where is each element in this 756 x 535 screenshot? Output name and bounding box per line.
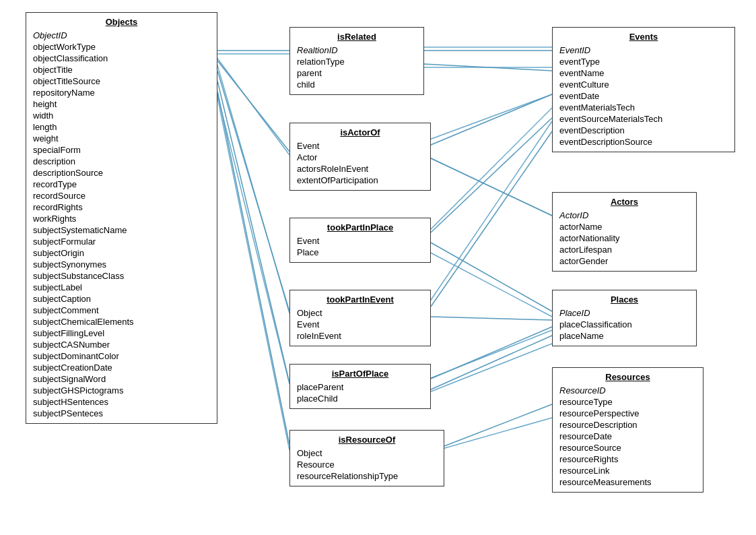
field-child: child [297, 79, 417, 90]
field-resourceRelationshipType: resourceRelationshipType [297, 470, 437, 482]
field-placeChild: placeChild [297, 393, 423, 404]
field-extentOfParticipation: extentOfParticipation [297, 175, 423, 186]
field-subjectChemicalElements: subjectChemicalElements [33, 316, 210, 327]
field-length: length [33, 121, 210, 133]
field-repositoryName: repositoryName [33, 87, 210, 98]
field-isActorOf-Actor: Actor [297, 152, 423, 163]
entity-actors: Actors ActorID actorName actorNationalit… [552, 192, 697, 272]
entity-tookPartInEvent-title: tookPartInEvent [297, 294, 423, 305]
field-eventMaterialsTech: eventMaterialsTech [559, 102, 728, 113]
field-eventDate: eventDate [559, 90, 728, 102]
svg-line-1 [214, 54, 289, 155]
entity-isResourceOf: isResourceOf Object Resource resourceRel… [289, 430, 444, 486]
field-recordType: recordType [33, 179, 210, 190]
field-recordRights: recordRights [33, 201, 210, 213]
field-subjectFillingLevel: subjectFillingLevel [33, 327, 210, 339]
entity-isPartOfPlace-title: isPartOfPlace [297, 369, 423, 379]
field-subjectCreationDate: subjectCreationDate [33, 362, 210, 373]
svg-line-16 [217, 61, 289, 152]
field-weight: weight [33, 133, 210, 144]
entity-objects-title: Objects [33, 17, 210, 27]
field-EventID: EventID [559, 44, 728, 56]
field-objectTitle: objectTitle [33, 64, 210, 75]
field-eventSourceMaterialsTech: eventSourceMaterialsTech [559, 113, 728, 125]
entity-isRelated-title: isRelated [297, 32, 417, 42]
svg-line-13 [424, 344, 552, 394]
field-resourceRights: resourceRights [559, 453, 696, 465]
entity-tookPartInPlace-title: tookPartInPlace [297, 222, 423, 232]
svg-line-29 [431, 336, 552, 389]
field-eventDescription: eventDescription [559, 125, 728, 136]
field-resourceType: resourceType [559, 396, 696, 408]
svg-line-25 [431, 243, 552, 311]
field-subjectPSenteces: subjectPSenteces [33, 408, 210, 419]
svg-line-26 [431, 131, 552, 307]
field-specialForm: specialForm [33, 144, 210, 156]
svg-line-19 [217, 91, 289, 445]
entity-resources: Resources ResourceID resourceType resour… [552, 367, 703, 493]
field-objectClassification: objectClassification [33, 53, 210, 64]
entity-events: Events EventID eventType eventName event… [552, 27, 735, 152]
diagram-container: Objects ObjectID objectWorkType objectCl… [0, 0, 756, 535]
entity-isRelated: isRelated RealtionID relationType parent… [289, 27, 424, 95]
field-isResourceOf-Object: Object [297, 447, 437, 459]
field-actorNationality: actorNationality [559, 232, 689, 244]
entity-isActorOf-title: isActorOf [297, 127, 423, 137]
entity-isActorOf: isActorOf Event Actor actorsRoleInEvent … [289, 123, 431, 191]
field-eventName: eventName [559, 67, 728, 79]
field-descriptionSource: descriptionSource [33, 167, 210, 179]
svg-line-17 [217, 71, 289, 311]
entity-events-title: Events [559, 32, 728, 42]
field-subjectDominantColor: subjectDominantColor [33, 350, 210, 362]
field-resourceDescription: resourceDescription [559, 419, 696, 431]
field-ResourceID: ResourceID [559, 385, 696, 396]
field-placeName: placeName [559, 330, 689, 342]
svg-line-28 [431, 327, 552, 379]
field-PlaceID: PlaceID [559, 307, 689, 319]
svg-line-23 [431, 158, 552, 216]
field-workRights: workRights [33, 213, 210, 224]
field-actorLifespan: actorLifespan [559, 244, 689, 255]
svg-line-22 [431, 94, 552, 145]
field-isResourceOf-Resource: Resource [297, 459, 437, 470]
entity-isResourceOf-title: isResourceOf [297, 435, 437, 445]
field-ActorID: ActorID [559, 210, 689, 221]
svg-line-7 [424, 94, 552, 141]
field-subjectComment: subjectComment [33, 305, 210, 316]
field-eventType: eventType [559, 56, 728, 67]
svg-line-11 [424, 121, 552, 310]
field-eventDescriptionSource: eventDescriptionSource [559, 136, 728, 148]
svg-line-12 [424, 330, 552, 381]
field-height: height [33, 98, 210, 110]
field-parent: parent [297, 67, 417, 79]
field-subjectCaption: subjectCaption [33, 293, 210, 305]
entity-actors-title: Actors [559, 197, 689, 207]
field-eventCulture: eventCulture [559, 79, 728, 90]
field-RealtionID: RealtionID [297, 44, 417, 56]
field-resourceSource: resourceSource [559, 442, 696, 453]
field-subjectSystematicName: subjectSystematicName [33, 224, 210, 236]
svg-line-14 [438, 418, 552, 450]
field-subjectOrigin: subjectOrigin [33, 247, 210, 259]
field-tookPartInPlace-Event: Event [297, 235, 423, 247]
entity-objects: Objects ObjectID objectWorkType objectCl… [26, 12, 217, 424]
field-description: description [33, 156, 210, 167]
svg-line-3 [214, 81, 289, 384]
field-roleInEvent: roleInEvent [297, 330, 423, 342]
svg-line-21 [424, 64, 552, 71]
field-ObjectID: ObjectID [33, 30, 210, 41]
field-actorsRoleInEvent: actorsRoleInEvent [297, 163, 423, 175]
svg-line-27 [431, 317, 552, 320]
field-placeClassification: placeClassification [559, 319, 689, 330]
field-subjectCASNumber: subjectCASNumber [33, 339, 210, 350]
field-recordSource: recordSource [33, 190, 210, 201]
field-width: width [33, 110, 210, 121]
field-actorName: actorName [559, 221, 689, 232]
svg-line-9 [424, 108, 552, 236]
field-tookPartInPlace-Place: Place [297, 247, 423, 258]
entity-isPartOfPlace: isPartOfPlace placeParent placeChild [289, 364, 431, 409]
field-subjectSubstanceClass: subjectSubstanceClass [33, 270, 210, 282]
field-objectTitleSource: objectTitleSource [33, 75, 210, 87]
svg-line-24 [431, 118, 552, 232]
entity-tookPartInPlace: tookPartInPlace Event Place [289, 218, 431, 263]
